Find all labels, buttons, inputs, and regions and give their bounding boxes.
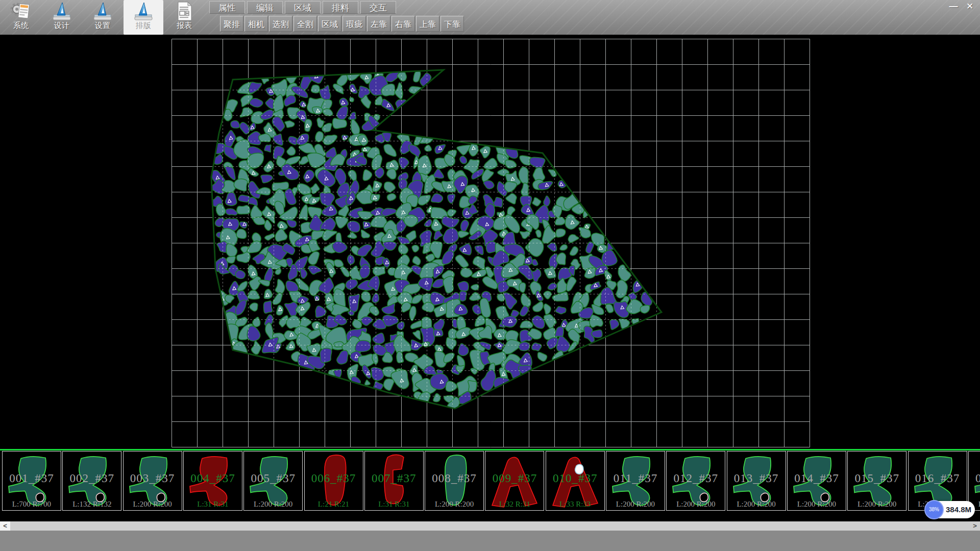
menu-item-4[interactable]: 排料 (323, 1, 358, 14)
icon-button-label: 排版 (124, 21, 163, 30)
tool-button-4[interactable]: 全割 (293, 16, 317, 32)
tool-button-9[interactable]: 上靠 (416, 16, 439, 32)
icon-button-2[interactable]: 设计 (42, 0, 82, 35)
tool-button-2[interactable]: 相机 (244, 16, 268, 32)
nesting-ruler-icon (124, 1, 163, 21)
menu-item-2[interactable]: 编辑 (247, 1, 283, 14)
part-lr-count: L:200 R:200 (727, 500, 786, 509)
part-lr-count: L:200 R:200 (606, 500, 665, 509)
part-id-label: 001_#37 (3, 472, 61, 485)
part-thumbnail-12[interactable]: 012_#37L:200 R:200 (666, 451, 725, 511)
tool-button-1[interactable]: 聚排 (220, 16, 243, 32)
part-id-label: 012_#37 (667, 472, 725, 485)
icon-button-label: 设计 (42, 21, 82, 30)
part-id-label: 008_#37 (425, 472, 483, 485)
memory-usage-label: 384.8M (946, 501, 971, 518)
part-id-label: 003_#37 (124, 472, 182, 485)
tool-button-3[interactable]: 选割 (269, 16, 292, 32)
part-id-label: 015_#37 (848, 472, 906, 485)
part-id-label: 010_#37 (546, 472, 604, 485)
part-lr-count: L:200 R:200 (244, 500, 302, 509)
part-thumbnail-10[interactable]: 010_#37L:33 R:33 (546, 451, 605, 511)
minimize-button[interactable]: — (945, 0, 962, 13)
part-id-label: 014_#37 (788, 472, 846, 485)
part-lr-count: L:700 R:700 (3, 500, 61, 509)
part-lr-count: L:31 R:31 (184, 500, 242, 509)
footer-bar (0, 531, 980, 551)
part-lr-count: L:33 R:33 (546, 500, 604, 509)
status-pill[interactable]: 38% 384.8M (925, 501, 975, 518)
tool-button-6[interactable]: 瑕疵 (342, 16, 366, 32)
part-lr-count: L:31 R:31 (365, 500, 423, 509)
part-lr-count: L:200 R:200 (788, 500, 846, 509)
nesting-canvas[interactable] (0, 35, 980, 449)
part-lr-count: L:200 R:200 (425, 500, 483, 509)
part-lr-count: L:132 R:132 (63, 500, 121, 509)
close-button[interactable]: ✕ (962, 0, 978, 13)
icon-button-4[interactable]: 排版 (124, 0, 163, 35)
part-id-label: 007_#37 (365, 472, 423, 485)
part-id-label: 011_#37 (606, 472, 665, 485)
window-controls: — ✕ (945, 0, 978, 13)
app-window: 系统设计设置排版报表 属性编辑区域排料交互 聚排相机选割全割区域瑕疵左靠右靠上靠… (0, 0, 980, 551)
part-lr-count: L:200 R:200 (124, 500, 182, 509)
part-id-label: 017_#37 (969, 472, 980, 485)
tool-button-10[interactable]: 下靠 (440, 16, 464, 32)
strip-separator-line (0, 449, 980, 450)
menu-item-5[interactable]: 交互 (360, 1, 396, 14)
part-id-label: 009_#37 (485, 472, 544, 485)
horizontal-scrollbar[interactable]: < > (0, 521, 980, 531)
part-lr-count: L:200 R:200 (848, 500, 906, 509)
part-thumbnail-1[interactable]: 001_#37L:700 R:700 (2, 451, 61, 511)
part-lr-count: L:32 R:31 (485, 500, 544, 509)
part-thumbnail-13[interactable]: 013_#37L:200 R:200 (727, 451, 786, 511)
part-thumbnail-6[interactable]: 006_#37L:21 R:21 (304, 451, 363, 511)
scroll-right-button[interactable]: > (970, 521, 980, 531)
menu-item-3[interactable]: 区域 (285, 1, 321, 14)
part-thumbnail-4[interactable]: 004_#37L:31 R:31 (183, 451, 242, 511)
toolbar: 系统设计设置排版报表 属性编辑区域排料交互 聚排相机选割全割区域瑕疵左靠右靠上靠… (0, 0, 980, 35)
settings-ruler-icon (83, 1, 122, 21)
part-thumbnail-3[interactable]: 003_#37L:200 R:200 (123, 451, 182, 511)
part-lr-count: L:200 R:200 (667, 500, 725, 509)
part-thumbnail-11[interactable]: 011_#37L:200 R:200 (606, 451, 665, 511)
report-doc-icon (164, 1, 204, 21)
part-thumbnail-14[interactable]: 014_#37L:200 R:200 (787, 451, 846, 511)
design-ruler-icon (42, 1, 82, 21)
icon-button-3[interactable]: 设置 (83, 0, 122, 35)
part-id-label: 005_#37 (244, 472, 302, 485)
part-lr-count: L:21 R:21 (305, 500, 363, 509)
icon-button-label: 报表 (164, 21, 204, 30)
tool-button-5[interactable]: 区域 (318, 16, 341, 32)
part-thumbnail-9[interactable]: 009_#37L:32 R:31 (485, 451, 544, 511)
part-thumbnail-5[interactable]: 005_#37L:200 R:200 (243, 451, 303, 511)
tool-button-7[interactable]: 左靠 (367, 16, 390, 32)
part-id-label: 016_#37 (909, 472, 967, 485)
icon-button-label: 设置 (83, 21, 122, 30)
parts-strip: 001_#37L:700 R:700002_#37L:132 R:132003_… (0, 451, 980, 521)
part-thumbnail-2[interactable]: 002_#37L:132 R:132 (62, 451, 121, 511)
icon-button-label: 系统 (1, 21, 41, 30)
nesting-canvas-area (0, 35, 980, 449)
part-id-label: 002_#37 (63, 472, 121, 485)
part-id-label: 006_#37 (305, 472, 363, 485)
menu-item-1[interactable]: 属性 (209, 1, 245, 14)
part-id-label: 013_#37 (727, 472, 786, 485)
system-gear-icon (1, 1, 41, 21)
icon-button-1[interactable]: 系统 (1, 0, 41, 35)
part-id-label: 004_#37 (184, 472, 242, 485)
part-thumbnail-7[interactable]: 007_#37L:31 R:31 (364, 451, 424, 511)
icon-button-5[interactable]: 报表 (164, 0, 204, 35)
progress-percent-badge: 38% (924, 500, 944, 519)
part-thumbnail-15[interactable]: 015_#37L:200 R:200 (847, 451, 906, 511)
scroll-left-button[interactable]: < (0, 521, 10, 531)
part-thumbnail-8[interactable]: 008_#37L:200 R:200 (425, 451, 484, 511)
tool-button-8[interactable]: 右靠 (391, 16, 415, 32)
